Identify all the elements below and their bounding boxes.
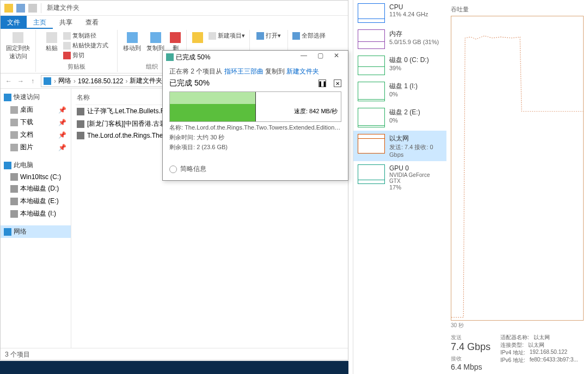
close-button[interactable]: ✕ [328, 52, 345, 63]
status-text: 3 个项目 [5, 351, 30, 358]
nav-documents[interactable]: 文档📌 [1, 128, 71, 141]
nav-drive-i[interactable]: 本地磁盘 (I:) [1, 207, 71, 220]
copy-path-button[interactable]: 复制路径 [62, 31, 109, 40]
tm-detail-pane: 吞吐量 30 秒 发送 7.4 Gbps 接收 6.4 Mbps 适配器名称:以… [446, 0, 588, 374]
tm-item-cpu[interactable]: CPU11% 4.24 GHz [353, 0, 446, 26]
nav-pictures[interactable]: 图片📌 [1, 141, 71, 154]
mem-thumb [358, 29, 385, 49]
paste-shortcut-button[interactable]: 粘贴快捷方式 [62, 41, 109, 50]
open-icon [256, 32, 264, 40]
pause-button[interactable]: ❚❚ [318, 79, 326, 87]
cancel-button[interactable]: ✕ [334, 79, 341, 87]
ribbon-tabs: 文件 主页 共享 查看 [1, 16, 348, 29]
nav-quick-access[interactable]: 快速访问 [1, 91, 71, 103]
taskbar[interactable] [0, 361, 348, 374]
shortcut-icon [63, 42, 71, 50]
disk-thumb [358, 108, 385, 127]
breadcrumb[interactable]: 192.168.50.122 [77, 77, 124, 85]
paste-button[interactable]: 粘贴 [44, 31, 60, 60]
minimize-button[interactable]: — [296, 52, 312, 63]
graph-svg [451, 16, 583, 320]
ribbon-group-clipboard: 粘贴 复制路径 粘贴快捷方式 剪切 剪贴板 [36, 30, 118, 72]
tab-share[interactable]: 共享 [53, 16, 79, 29]
stat-value: 7.4 Gbps [451, 341, 491, 353]
tm-throughput-label: 吞吐量 [451, 5, 584, 14]
nav-desktop[interactable]: 桌面📌 [1, 103, 71, 116]
nav-downloads[interactable]: 下载📌 [1, 116, 71, 128]
nav-thispc[interactable]: 此电脑 [1, 159, 71, 171]
tm-sidebar: CPU11% 4.24 GHz 内存5.0/15.9 GB (31%) 磁盘 0… [353, 0, 446, 374]
copy-dest-link[interactable]: 新建文件夹 [286, 68, 319, 75]
back-button[interactable]: ← [3, 75, 15, 87]
fewer-details-toggle[interactable]: 简略信息 [169, 160, 341, 174]
move-to-button[interactable]: 移动到 [121, 31, 143, 53]
stat-value: 6.4 Mbps [451, 363, 491, 371]
pictures-icon [10, 144, 18, 151]
qat-icon[interactable] [28, 4, 37, 13]
path-icon [63, 32, 71, 40]
qat-icon[interactable] [16, 4, 25, 13]
select-all-button[interactable]: 全部选择 [291, 31, 327, 40]
desktop-icon [10, 106, 18, 114]
window-title: 新建文件夹 [47, 3, 79, 13]
tm-item-memory[interactable]: 内存5.0/15.9 GB (31%) [353, 26, 446, 52]
video-icon [77, 132, 84, 139]
tm-item-disk2[interactable]: 磁盘 2 (E:)0% [353, 105, 446, 131]
disk-thumb [358, 82, 385, 101]
new-folder-button[interactable] [190, 31, 205, 45]
tab-view[interactable]: 查看 [79, 16, 105, 29]
nav-network[interactable]: 网络 [1, 225, 71, 238]
copy-source-link[interactable]: 指环王三部曲 [224, 68, 264, 75]
selectall-icon [292, 32, 300, 40]
stat-label: 发送 [451, 334, 491, 341]
pin-icon [13, 32, 23, 43]
tm-details-kv: 适配器名称:以太网 连接类型:以太网 IPv4 地址:192.168.50.12… [500, 334, 578, 371]
pc-icon [4, 162, 11, 169]
copy-description: 正在将 2 个项目从 指环王三部曲 复制到 新建文件夹 [169, 67, 341, 76]
newitem-icon [209, 32, 216, 40]
open-button[interactable]: 打开 ▾ [255, 31, 282, 40]
disk-thumb [358, 56, 385, 75]
nav-drive-c[interactable]: Win10ltsc (C:) [1, 171, 71, 182]
copy-icon [166, 53, 174, 61]
tm-item-disk1[interactable]: 磁盘 1 (I:)0% [353, 78, 446, 105]
group-label: 剪贴板 [39, 63, 114, 71]
scissors-icon [63, 52, 71, 59]
copy-remaining-items: 剩余项目: 2 (23.6 GB) [169, 143, 341, 151]
tab-file[interactable]: 文件 [1, 16, 27, 29]
tab-home[interactable]: 主页 [27, 16, 53, 29]
moveto-icon [127, 32, 138, 43]
new-item-button[interactable]: 新建项目 ▾ [207, 31, 246, 40]
graph-cursor [255, 92, 256, 121]
nav-drive-d[interactable]: 本地磁盘 (D:) [1, 182, 71, 195]
copy-filename: 名称: The.Lord.of.the.Rings.The.Two.Towers… [169, 124, 341, 132]
cut-button[interactable]: 剪切 [62, 51, 109, 60]
delete-icon [170, 32, 181, 43]
up-button[interactable]: ↑ [27, 75, 39, 87]
nav-drive-e[interactable]: 本地磁盘 (E:) [1, 195, 71, 207]
eth-thumb [358, 134, 385, 154]
ethernet-graph [451, 16, 584, 321]
copy-speed: 速度: 842 MB/秒 [293, 107, 339, 115]
star-icon [4, 94, 11, 101]
disk-icon [10, 198, 18, 205]
maximize-button[interactable]: ▢ [312, 52, 328, 63]
copy-dialog-titlebar[interactable]: 已完成 50% — ▢ ✕ [163, 51, 348, 64]
download-icon [10, 119, 18, 126]
tm-item-disk0[interactable]: 磁盘 0 (C: D:)39% [353, 52, 446, 78]
status-bar: 3 个项目 [1, 348, 348, 360]
forward-button[interactable]: → [15, 75, 27, 87]
copy-dialog: 已完成 50% — ▢ ✕ 正在将 2 个项目从 指环王三部曲 复制到 新建文件… [162, 50, 348, 181]
tm-item-gpu[interactable]: GPU 0NVIDIA GeForce GTX17% [353, 161, 446, 194]
copy-remaining-time: 剩余时间: 大约 30 秒 [169, 133, 341, 142]
breadcrumb[interactable]: 新建文件夹 [128, 76, 163, 85]
graph-axis: 30 秒 [451, 322, 584, 329]
tm-item-ethernet[interactable]: 以太网发送: 7.4 接收: 0 Gbps [353, 131, 446, 161]
video-icon [77, 108, 84, 115]
tm-stats: 发送 7.4 Gbps 接收 6.4 Mbps 适配器名称:以太网 连接类型:以… [451, 334, 584, 371]
pin-button[interactable]: 固定到快 速访问 [4, 31, 32, 62]
paste-icon [46, 32, 57, 43]
video-icon [77, 120, 84, 128]
new-folder-icon [192, 32, 203, 43]
breadcrumb[interactable]: 网络 [57, 76, 72, 85]
